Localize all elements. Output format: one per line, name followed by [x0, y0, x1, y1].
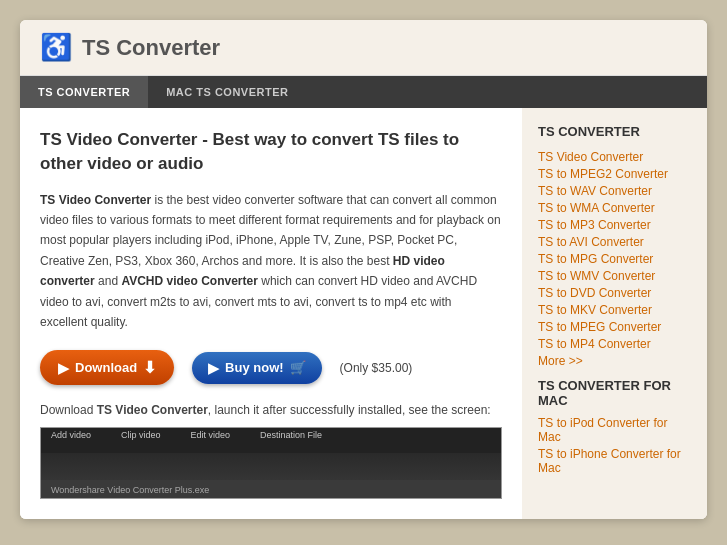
body-paragraph: TS Video Converter is the best video con…: [40, 190, 502, 333]
play-icon: ▶: [58, 360, 69, 376]
sidebar-section-title-ts: TS CONVERTER: [538, 124, 691, 142]
download-button[interactable]: ▶ Download ⬇: [40, 350, 174, 385]
download-button-label: Download: [75, 360, 137, 375]
nav-item-ts-converter[interactable]: TS CONVERTER: [20, 76, 148, 108]
sidebar-link-ts-wmv[interactable]: TS to WMV Converter: [538, 269, 691, 283]
sidebar-link-ts-mp4[interactable]: TS to MP4 Converter: [538, 337, 691, 351]
label-add-video: Add video: [51, 430, 91, 440]
screenshot-bar: Wondershare Video Converter Plus.exe: [41, 480, 501, 498]
page-title: TS Video Converter - Best way to convert…: [40, 128, 502, 176]
bold-ts-video-converter: TS Video Converter: [40, 193, 151, 207]
download-arrow-icon: ⬇: [143, 358, 156, 377]
sidebar-link-ts-mpeg[interactable]: TS to MPEG Converter: [538, 320, 691, 334]
buy-button[interactable]: ▶ Buy now! 🛒: [192, 352, 322, 384]
button-row: ▶ Download ⬇ ▶ Buy now! 🛒 (Only $35.00): [40, 350, 502, 385]
sidebar-link-ts-video-converter[interactable]: TS Video Converter: [538, 150, 691, 164]
sidebar: TS CONVERTER TS Video Converter TS to MP…: [522, 108, 707, 519]
main-layout: TS Video Converter - Best way to convert…: [20, 108, 707, 519]
sidebar-link-ts-mpg[interactable]: TS to MPG Converter: [538, 252, 691, 266]
site-nav: TS CONVERTER MAC TS CONVERTER: [20, 76, 707, 108]
sidebar-more-link[interactable]: More >>: [538, 354, 691, 368]
bold-avchd-video-converter: AVCHD video Converter: [121, 274, 257, 288]
sidebar-link-ts-mp3[interactable]: TS to MP3 Converter: [538, 218, 691, 232]
sidebar-link-ts-mpeg2[interactable]: TS to MPEG2 Converter: [538, 167, 691, 181]
site-header: ♿ TS Converter: [20, 20, 707, 76]
price-text: (Only $35.00): [340, 361, 413, 375]
sidebar-link-mac-ipod[interactable]: TS to iPod Converter for Mac: [538, 416, 691, 444]
play-icon-buy: ▶: [208, 360, 219, 376]
main-content: TS Video Converter - Best way to convert…: [20, 108, 522, 519]
cart-icon-buy: 🛒: [290, 360, 306, 375]
label-edit-video: Edit video: [191, 430, 231, 440]
sidebar-link-mac-iphone[interactable]: TS to iPhone Converter for Mac: [538, 447, 691, 475]
nav-item-mac-ts-converter[interactable]: MAC TS CONVERTER: [148, 76, 306, 108]
buy-button-label: Buy now!: [225, 360, 284, 375]
hint-bold: TS Video Converter: [97, 403, 208, 417]
screenshot-labels: Add video Clip video Edit video Destinat…: [51, 430, 322, 440]
screenshot-app-title: Wondershare Video Converter Plus.exe: [51, 485, 209, 495]
accessibility-icon: ♿: [40, 32, 72, 63]
download-hint: Download TS Video Converter, launch it a…: [40, 403, 502, 417]
page-wrapper: ♿ TS Converter TS CONVERTER MAC TS CONVE…: [0, 0, 727, 545]
screenshot-preview: Add video Clip video Edit video Destinat…: [40, 427, 502, 499]
label-destination-file: Destination File: [260, 430, 322, 440]
sidebar-link-ts-avi[interactable]: TS to AVI Converter: [538, 235, 691, 249]
sidebar-section-title-mac: TS CONVERTER FOR MAC: [538, 378, 691, 408]
sidebar-link-ts-wma[interactable]: TS to WMA Converter: [538, 201, 691, 215]
sidebar-link-ts-mkv[interactable]: TS to MKV Converter: [538, 303, 691, 317]
site-container: ♿ TS Converter TS CONVERTER MAC TS CONVE…: [20, 20, 707, 519]
site-title: TS Converter: [82, 35, 220, 61]
sidebar-link-ts-dvd[interactable]: TS to DVD Converter: [538, 286, 691, 300]
label-clip-video: Clip video: [121, 430, 161, 440]
sidebar-link-ts-wav[interactable]: TS to WAV Converter: [538, 184, 691, 198]
